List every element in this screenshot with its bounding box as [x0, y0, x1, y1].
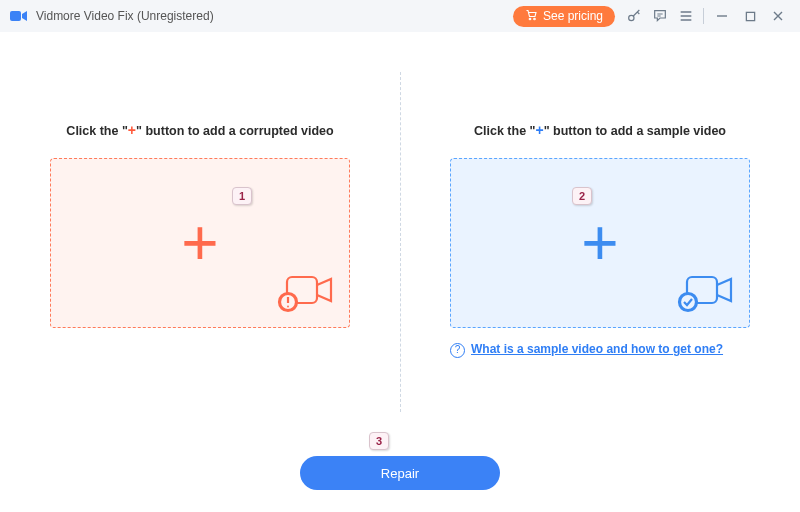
menu-icon[interactable]	[673, 3, 699, 29]
titlebar-separator	[703, 8, 704, 24]
see-pricing-label: See pricing	[543, 9, 603, 23]
app-title: Vidmore Video Fix (Unregistered)	[36, 9, 214, 23]
corrupted-video-label: Click the "+" button to add a corrupted …	[50, 122, 350, 138]
plus-icon: +	[181, 211, 218, 275]
callout-3: 3	[369, 432, 389, 450]
svg-point-1	[529, 18, 531, 20]
maximize-button[interactable]	[736, 3, 764, 29]
repair-button-label: Repair	[381, 466, 419, 481]
svg-point-9	[287, 306, 289, 308]
app-logo-icon	[10, 9, 28, 23]
plus-glyph-orange: +	[128, 122, 136, 138]
sample-video-help-link[interactable]: What is a sample video and how to get on…	[471, 342, 723, 356]
callout-2: 2	[572, 187, 592, 205]
see-pricing-button[interactable]: See pricing	[513, 6, 615, 27]
svg-rect-4	[746, 12, 754, 20]
callout-1: 1	[232, 187, 252, 205]
add-corrupted-video-dropzone[interactable]: +	[50, 158, 350, 328]
close-button[interactable]	[764, 3, 792, 29]
sample-camera-icon	[677, 271, 735, 317]
plus-icon: +	[581, 211, 618, 275]
svg-point-2	[534, 18, 536, 20]
repair-button[interactable]: Repair	[300, 456, 500, 490]
svg-rect-0	[10, 11, 21, 21]
minimize-button[interactable]	[708, 3, 736, 29]
key-icon[interactable]	[621, 3, 647, 29]
titlebar: Vidmore Video Fix (Unregistered) See pri…	[0, 0, 800, 32]
plus-glyph-blue: +	[535, 122, 543, 138]
cart-icon	[525, 9, 538, 24]
corrupted-camera-icon	[277, 271, 335, 317]
help-icon: ?	[450, 343, 465, 358]
sample-video-label: Click the "+" button to add a sample vid…	[450, 122, 750, 138]
sample-video-help: ? What is a sample video and how to get …	[450, 342, 750, 358]
add-sample-video-dropzone[interactable]: +	[450, 158, 750, 328]
sample-video-pane: Click the "+" button to add a sample vid…	[400, 122, 800, 358]
svg-point-3	[629, 15, 634, 20]
feedback-icon[interactable]	[647, 3, 673, 29]
corrupted-video-pane: Click the "+" button to add a corrupted …	[0, 122, 400, 328]
main-content: Click the "+" button to add a corrupted …	[0, 32, 800, 512]
